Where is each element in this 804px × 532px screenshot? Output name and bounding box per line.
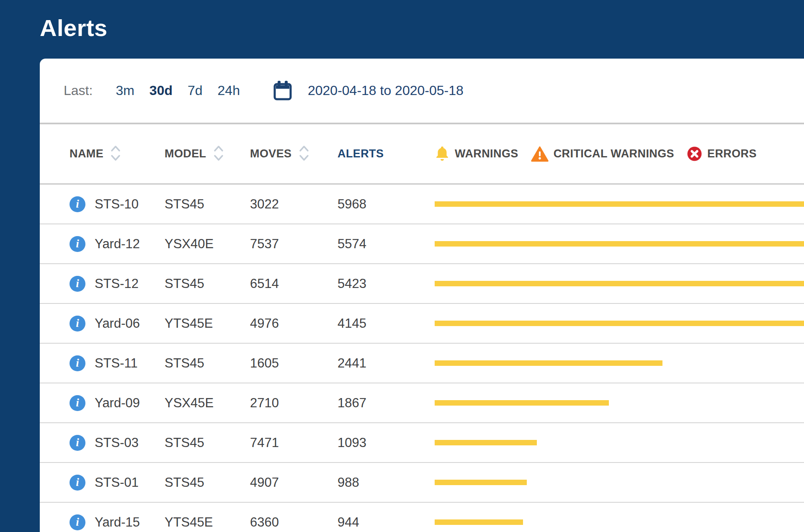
row-name: Yard-06 bbox=[95, 316, 140, 331]
info-icon[interactable]: i bbox=[70, 236, 85, 252]
table-row[interactable]: i Yard-15 YTS45E 6360 944 bbox=[40, 503, 804, 532]
table-row[interactable]: i STS-10 STS45 3022 5968 bbox=[40, 185, 804, 224]
warnings-bar bbox=[435, 321, 804, 326]
info-icon[interactable]: i bbox=[70, 395, 85, 411]
column-header-alerts[interactable]: ALERTS bbox=[338, 147, 435, 160]
date-range-picker[interactable]: 2020-04-18 to 2020-05-18 bbox=[273, 81, 464, 101]
time-filter-options: 3m 30d 7d 24h bbox=[116, 83, 240, 98]
legend-item-errors: ERRORS bbox=[687, 146, 757, 162]
row-alerts: 4145 bbox=[338, 316, 435, 331]
table-row[interactable]: i Yard-09 YSX45E 2710 1867 bbox=[40, 383, 804, 423]
calendar-icon[interactable] bbox=[273, 81, 292, 101]
time-filter-option[interactable]: 3m bbox=[116, 83, 134, 98]
warnings-bar bbox=[435, 480, 527, 485]
row-name: Yard-12 bbox=[95, 236, 140, 252]
row-moves: 7471 bbox=[250, 435, 338, 450]
sort-chevrons-icon[interactable] bbox=[213, 144, 224, 164]
row-name: Yard-09 bbox=[95, 396, 140, 411]
row-alerts: 1867 bbox=[338, 396, 435, 411]
name-cell: i Yard-15 bbox=[70, 514, 165, 530]
alerts-card: Last: 3m 30d 7d 24h 2020-04-18 to 2020-0… bbox=[40, 59, 804, 532]
table-row[interactable]: i STS-01 STS45 4907 988 bbox=[40, 463, 804, 503]
warnings-bar bbox=[435, 400, 609, 406]
row-moves: 3022 bbox=[250, 197, 338, 212]
warnings-bar bbox=[435, 360, 662, 366]
row-name: Yard-15 bbox=[95, 515, 140, 530]
row-model: YTS45E bbox=[165, 515, 250, 530]
row-moves: 7537 bbox=[250, 236, 338, 252]
table-row[interactable]: i STS-12 STS45 6514 5423 bbox=[40, 264, 804, 304]
row-alerts: 5423 bbox=[338, 276, 435, 291]
warnings-bar bbox=[435, 201, 804, 207]
row-name: STS-10 bbox=[95, 197, 139, 212]
time-filter-option[interactable]: 7d bbox=[188, 83, 203, 98]
row-model: STS45 bbox=[165, 197, 250, 212]
row-moves: 4907 bbox=[250, 475, 338, 490]
row-name: STS-03 bbox=[95, 435, 139, 450]
info-icon[interactable]: i bbox=[70, 475, 85, 491]
warnings-bar bbox=[435, 440, 537, 445]
time-filter-option[interactable]: 30d bbox=[149, 83, 173, 98]
row-moves: 6360 bbox=[250, 515, 338, 530]
legend-item-warnings: WARNINGS bbox=[435, 146, 518, 162]
sort-chevrons-icon[interactable] bbox=[110, 144, 121, 164]
info-icon[interactable]: i bbox=[70, 316, 85, 332]
name-cell: i STS-01 bbox=[70, 475, 165, 491]
alerts-bar-cell bbox=[435, 503, 804, 532]
warnings-bar bbox=[435, 519, 523, 525]
column-header-moves[interactable]: MOVES bbox=[250, 144, 338, 164]
row-model: STS45 bbox=[165, 475, 250, 490]
row-name: STS-01 bbox=[95, 475, 139, 490]
row-model: STS45 bbox=[165, 276, 250, 291]
name-cell: i STS-12 bbox=[70, 276, 165, 292]
row-moves: 4976 bbox=[250, 316, 338, 331]
time-filter-bar: Last: 3m 30d 7d 24h 2020-04-18 to 2020-0… bbox=[40, 59, 804, 124]
table-row[interactable]: i Yard-12 YSX40E 7537 5574 bbox=[40, 224, 804, 264]
info-icon[interactable]: i bbox=[70, 276, 85, 292]
row-alerts: 1093 bbox=[338, 435, 435, 450]
row-name: STS-12 bbox=[95, 276, 139, 291]
row-alerts: 2441 bbox=[338, 356, 435, 371]
table-row[interactable]: i Yard-06 YTS45E 4976 4145 bbox=[40, 304, 804, 344]
table-row[interactable]: i STS-03 STS45 7471 1093 bbox=[40, 423, 804, 463]
table-row[interactable]: i STS-11 STS45 1605 2441 bbox=[40, 344, 804, 383]
info-icon[interactable]: i bbox=[70, 355, 85, 371]
warnings-bar bbox=[435, 241, 804, 247]
row-moves: 1605 bbox=[250, 356, 338, 371]
info-icon[interactable]: i bbox=[70, 514, 85, 530]
bell-icon bbox=[435, 146, 450, 162]
warning-triangle-icon bbox=[531, 146, 549, 162]
alerts-bar-cell bbox=[435, 423, 804, 462]
name-cell: i Yard-12 bbox=[70, 236, 165, 252]
name-cell: i Yard-06 bbox=[70, 316, 165, 332]
alerts-bar-cell bbox=[435, 383, 804, 422]
name-cell: i Yard-09 bbox=[70, 395, 165, 411]
page-title: Alerts bbox=[40, 14, 108, 41]
name-cell: i STS-03 bbox=[70, 435, 165, 451]
alerts-bar-cell bbox=[435, 344, 804, 383]
row-model: STS45 bbox=[165, 435, 250, 450]
alerts-bar-cell bbox=[435, 463, 804, 502]
time-filter-option[interactable]: 24h bbox=[218, 83, 240, 98]
column-header-name[interactable]: NAME bbox=[70, 144, 165, 164]
alerts-dashboard: Alerts Last: 3m 30d 7d 24h bbox=[0, 0, 804, 532]
row-alerts: 988 bbox=[338, 475, 435, 490]
alerts-bar-cell bbox=[435, 185, 804, 224]
warnings-bar bbox=[435, 281, 804, 286]
row-alerts: 5574 bbox=[338, 236, 435, 252]
legend-item-critical-warnings: CRITICAL WARNINGS bbox=[531, 146, 674, 162]
name-cell: i STS-11 bbox=[70, 355, 165, 371]
info-icon[interactable]: i bbox=[70, 196, 85, 212]
sort-chevrons-icon[interactable] bbox=[299, 144, 309, 164]
date-range-text[interactable]: 2020-04-18 to 2020-05-18 bbox=[308, 83, 464, 98]
alerts-bar-cell bbox=[435, 224, 804, 263]
name-cell: i STS-10 bbox=[70, 196, 165, 212]
row-moves: 6514 bbox=[250, 276, 338, 291]
row-alerts: 5968 bbox=[338, 197, 435, 212]
table-header: NAME MODEL MOVES bbox=[40, 124, 804, 185]
row-model: STS45 bbox=[165, 356, 250, 371]
info-icon[interactable]: i bbox=[70, 435, 85, 451]
row-name: STS-11 bbox=[95, 356, 138, 371]
column-header-model[interactable]: MODEL bbox=[165, 144, 250, 164]
row-model: YTS45E bbox=[165, 316, 250, 331]
